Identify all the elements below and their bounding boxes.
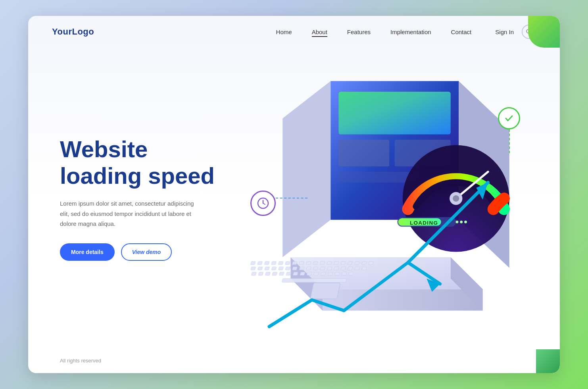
svg-rect-75 bbox=[348, 272, 354, 275]
svg-rect-73 bbox=[334, 272, 340, 275]
svg-rect-39 bbox=[341, 262, 346, 265]
svg-rect-36 bbox=[320, 262, 325, 265]
svg-rect-46 bbox=[265, 267, 270, 270]
svg-rect-38 bbox=[334, 262, 339, 265]
svg-rect-34 bbox=[306, 262, 311, 265]
svg-rect-35 bbox=[313, 262, 318, 265]
svg-rect-26 bbox=[250, 262, 256, 265]
more-details-button[interactable]: More details bbox=[60, 243, 115, 261]
corner-accent-bottom bbox=[536, 349, 560, 373]
svg-rect-41 bbox=[354, 262, 359, 265]
navbar: YourLogo Home About Features Implementat… bbox=[28, 16, 560, 48]
corner-accent-top bbox=[528, 16, 560, 48]
svg-rect-28 bbox=[264, 262, 269, 265]
svg-rect-71 bbox=[321, 272, 326, 275]
nav-link-contact[interactable]: Contact bbox=[451, 29, 472, 35]
svg-point-20 bbox=[460, 221, 463, 223]
svg-rect-42 bbox=[361, 262, 367, 265]
svg-rect-70 bbox=[314, 272, 319, 275]
svg-rect-63 bbox=[265, 272, 270, 275]
svg-rect-40 bbox=[348, 262, 353, 265]
svg-point-15 bbox=[453, 195, 459, 202]
svg-rect-76 bbox=[282, 279, 346, 282]
svg-rect-43 bbox=[368, 262, 373, 265]
copyright-text: All rights reserved bbox=[60, 358, 101, 364]
hero-text: Websiteloading speed Lorem ipsum dolor s… bbox=[60, 136, 227, 261]
view-demo-button[interactable]: View demo bbox=[121, 243, 172, 261]
illustration-area: LOADING bbox=[227, 56, 536, 341]
svg-rect-53 bbox=[313, 267, 318, 270]
svg-rect-56 bbox=[334, 267, 339, 270]
svg-rect-45 bbox=[257, 267, 263, 270]
hero-buttons: More details View demo bbox=[60, 243, 227, 261]
svg-rect-29 bbox=[271, 262, 277, 265]
svg-marker-5 bbox=[282, 81, 331, 257]
svg-rect-60 bbox=[361, 267, 367, 270]
main-content: Websiteloading speed Lorem ipsum dolor s… bbox=[28, 48, 560, 349]
nav-link-home[interactable]: Home bbox=[276, 29, 292, 35]
svg-rect-44 bbox=[251, 267, 256, 270]
svg-rect-61 bbox=[251, 272, 256, 275]
svg-rect-55 bbox=[327, 267, 332, 270]
svg-rect-48 bbox=[279, 267, 284, 270]
svg-rect-37 bbox=[327, 262, 332, 265]
svg-rect-69 bbox=[307, 272, 312, 275]
clock-icon bbox=[250, 191, 276, 216]
page-container: YourLogo Home About Features Implementat… bbox=[28, 16, 560, 373]
svg-rect-52 bbox=[306, 267, 311, 270]
svg-rect-64 bbox=[272, 272, 277, 275]
svg-rect-27 bbox=[257, 262, 263, 265]
svg-rect-54 bbox=[320, 267, 325, 270]
svg-rect-30 bbox=[278, 262, 283, 265]
svg-rect-47 bbox=[271, 267, 277, 270]
svg-rect-65 bbox=[279, 272, 284, 275]
hero-description: Lorem ipsum dolor sit amet, consectetur … bbox=[60, 198, 203, 229]
svg-rect-51 bbox=[299, 267, 304, 270]
dashed-line-horizontal bbox=[276, 198, 307, 198]
logo: YourLogo bbox=[52, 27, 94, 37]
nav-link-about[interactable]: About bbox=[312, 29, 327, 35]
svg-text:LOADING: LOADING bbox=[410, 220, 438, 226]
svg-rect-49 bbox=[285, 267, 290, 270]
svg-rect-72 bbox=[328, 272, 333, 275]
svg-point-21 bbox=[464, 221, 467, 223]
nav-link-features[interactable]: Features bbox=[347, 29, 371, 35]
svg-rect-59 bbox=[355, 267, 360, 270]
dashed-line-vertical bbox=[509, 129, 510, 153]
check-icon bbox=[498, 107, 520, 129]
svg-rect-67 bbox=[293, 272, 298, 275]
svg-point-19 bbox=[456, 221, 459, 223]
svg-rect-9 bbox=[338, 140, 389, 166]
nav-link-implementation[interactable]: Implementation bbox=[390, 29, 431, 35]
svg-rect-33 bbox=[299, 262, 304, 265]
svg-rect-50 bbox=[292, 267, 298, 270]
svg-rect-62 bbox=[258, 272, 263, 275]
hero-title: Websiteloading speed bbox=[60, 136, 227, 189]
sign-in-link[interactable]: Sign In bbox=[495, 29, 514, 35]
svg-rect-66 bbox=[286, 272, 291, 275]
svg-rect-8 bbox=[338, 92, 450, 135]
footer: All rights reserved bbox=[60, 358, 101, 364]
svg-rect-31 bbox=[285, 262, 290, 265]
svg-rect-68 bbox=[300, 272, 305, 275]
svg-rect-57 bbox=[341, 267, 346, 270]
svg-rect-77 bbox=[310, 283, 340, 298]
svg-rect-32 bbox=[292, 262, 297, 265]
svg-rect-74 bbox=[342, 272, 347, 275]
svg-rect-58 bbox=[348, 267, 353, 270]
nav-links: Home About Features Implementation Conta… bbox=[276, 29, 472, 35]
